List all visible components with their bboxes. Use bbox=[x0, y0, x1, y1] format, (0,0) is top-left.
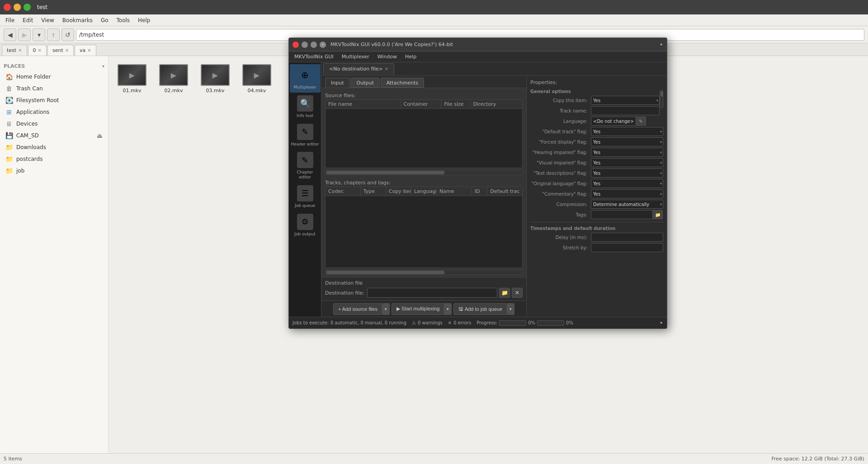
mkv-prop-language-edit-button[interactable]: ✎ bbox=[636, 117, 646, 126]
fm-forward-button[interactable]: ▶ bbox=[18, 28, 31, 41]
list-item[interactable]: 02.mkv bbox=[156, 61, 192, 96]
mkv-add-queue-dropdown[interactable]: ▾ bbox=[507, 303, 514, 315]
mkv-prop-forced-display-control[interactable]: Yes ▾ bbox=[591, 137, 663, 146]
mkv-props-scrollbar[interactable] bbox=[660, 90, 663, 108]
mkv-source-scrollbar[interactable] bbox=[325, 170, 523, 175]
mkv-add-queue-label: 🖫 Add to job queue bbox=[458, 306, 502, 312]
mkv-add-source-button[interactable]: + Add source files bbox=[333, 303, 382, 315]
sidebar-item-downloads[interactable]: 📁 Downloads bbox=[0, 141, 108, 153]
fm-menu-go[interactable]: Go bbox=[97, 16, 112, 25]
mkv-prop-original-language-control[interactable]: Yes ▾ bbox=[591, 179, 663, 188]
mkv-prop-text-descriptions-control[interactable]: Yes ▾ bbox=[591, 169, 663, 178]
fm-tab-test[interactable]: test ✕ bbox=[2, 45, 27, 56]
mkv-body: ⊕ Multiplexer 🔍 Info tool ✎ Header edito… bbox=[289, 62, 667, 317]
mkv-menu-help[interactable]: Help bbox=[401, 53, 420, 61]
mkv-new-tab-button[interactable]: + bbox=[320, 42, 326, 48]
sidebar-item-applications[interactable]: ⊞ Applications bbox=[0, 106, 108, 118]
mkv-sidebar-item-joboutput[interactable]: ⚙ Job output bbox=[290, 211, 321, 239]
mkv-tab-nodest[interactable]: <No destination file> ✕ bbox=[323, 63, 394, 75]
mkv-close-button[interactable] bbox=[292, 42, 299, 48]
mkv-subtab-attachments[interactable]: Attachments bbox=[381, 78, 424, 88]
mkv-menu-window[interactable]: Window bbox=[374, 53, 401, 61]
file-thumb-04 bbox=[242, 64, 271, 86]
mkv-prop-commentary-control[interactable]: Yes ▾ bbox=[591, 189, 663, 198]
sidebar-item-home[interactable]: 🏠 Home Folder bbox=[0, 71, 108, 83]
mkv-prop-tags-browse-button[interactable]: 📁 bbox=[653, 210, 663, 219]
fm-back-button[interactable]: ◀ bbox=[4, 28, 16, 41]
mkv-prop-stretch-input[interactable] bbox=[591, 243, 663, 252]
mkv-start-mux-button[interactable]: ▶ Start multiplexing bbox=[392, 303, 444, 315]
mkv-tab-nodest-close[interactable]: ✕ bbox=[385, 66, 388, 71]
fm-tab-0-close[interactable]: ✕ bbox=[38, 48, 42, 53]
mkv-prop-commentary-value: Yes bbox=[593, 192, 600, 197]
mkv-add-queue-button[interactable]: 🖫 Add to job queue bbox=[453, 303, 507, 315]
mkv-subtab-input[interactable]: Input bbox=[325, 78, 349, 88]
sidebar-item-camsd[interactable]: 💾 CAM_SD ⏏ bbox=[0, 130, 108, 141]
mkv-menu-main[interactable]: MKVToolNix GUI bbox=[291, 53, 337, 61]
fm-menu-help[interactable]: Help bbox=[134, 16, 154, 25]
fm-menu-view[interactable]: View bbox=[38, 16, 57, 25]
fm-reload-button[interactable]: ↺ bbox=[61, 28, 74, 41]
fm-tab-0-label: 0 bbox=[33, 47, 36, 53]
mkv-prop-copy-item-control[interactable]: Yes ▾ bbox=[591, 96, 660, 105]
mkv-prop-visual-impaired-arrow: ▾ bbox=[660, 161, 662, 165]
mkv-prop-compression-control[interactable]: Determine automatically ▾ bbox=[591, 200, 663, 209]
mkv-dest-input[interactable] bbox=[367, 288, 497, 298]
fm-tab-sent[interactable]: sent ✕ bbox=[47, 45, 74, 56]
list-item[interactable]: 01.mkv bbox=[114, 61, 150, 96]
fm-tab-sent-close[interactable]: ✕ bbox=[65, 48, 69, 53]
mkv-prop-hearing-impaired-control[interactable]: Yes ▾ bbox=[591, 148, 663, 157]
fm-close-button[interactable] bbox=[4, 4, 11, 11]
mkv-prop-track-name-control[interactable] bbox=[591, 106, 660, 115]
mkv-prop-delay-input[interactable] bbox=[591, 233, 663, 242]
mkv-prop-visual-impaired-control[interactable]: Yes ▾ bbox=[591, 158, 663, 167]
list-item[interactable]: 04.mkv bbox=[239, 61, 275, 96]
sidebar-item-filesystem[interactable]: 💽 Filesystem Root bbox=[0, 94, 108, 106]
mkv-start-mux-dropdown[interactable]: ▾ bbox=[444, 303, 452, 315]
sidebar-item-applications-label: Applications bbox=[16, 109, 49, 115]
fm-tab-0[interactable]: 0 ✕ bbox=[28, 45, 47, 56]
mkv-sidebar-item-chapter[interactable]: ✎ Chapter editor bbox=[290, 149, 321, 183]
mkv-menu-multiplexer[interactable]: Multiplexer bbox=[338, 53, 373, 61]
camsd-eject-icon[interactable]: ⏏ bbox=[97, 132, 103, 139]
mkv-prop-commentary: "Commentary" flag: Yes ▾ bbox=[530, 189, 663, 198]
mkv-source-files-section: Source files: File name Container File s… bbox=[321, 88, 526, 175]
mkv-add-source-group: + Add source files ▾ bbox=[333, 303, 390, 315]
fm-tab-va-close[interactable]: ✕ bbox=[87, 48, 91, 53]
mkv-dest-clear-button[interactable]: ✕ bbox=[512, 288, 523, 298]
mkv-sidebar-item-jobqueue[interactable]: ☰ Job queue bbox=[290, 183, 321, 211]
sidebar-item-home-label: Home Folder bbox=[16, 74, 51, 80]
fm-tab-test-close[interactable]: ✕ bbox=[18, 48, 22, 53]
sidebar-item-trash[interactable]: 🗑 Trash Can bbox=[0, 83, 108, 94]
mkv-prop-language-control[interactable]: <Do not change> bbox=[591, 117, 636, 126]
mkv-sidebar-item-multiplexer[interactable]: ⊕ Multiplexer bbox=[290, 64, 321, 93]
fm-menu-file[interactable]: File bbox=[2, 16, 18, 25]
mkv-sidebar-item-info[interactable]: 🔍 Info tool bbox=[290, 93, 321, 121]
mkv-subtab-output[interactable]: Output bbox=[350, 78, 379, 88]
fm-sidebar-toggle[interactable]: ▾ bbox=[102, 64, 104, 69]
mkv-prop-original-language-arrow: ▾ bbox=[660, 182, 662, 186]
mkv-tracks-scrollbar[interactable] bbox=[325, 270, 523, 275]
sidebar-item-job[interactable]: 📁 job bbox=[0, 165, 108, 177]
fm-dropdown-button[interactable]: ▾ bbox=[33, 28, 45, 41]
mkv-prop-tags-input[interactable] bbox=[591, 210, 653, 219]
sidebar-item-postcards[interactable]: 📁 postcards bbox=[0, 153, 108, 165]
mkv-sidebar-item-header[interactable]: ✎ Header editor bbox=[290, 121, 321, 150]
fm-menu-bookmarks[interactable]: Bookmarks bbox=[59, 16, 96, 25]
mkv-maximize-button[interactable] bbox=[311, 42, 317, 48]
sidebar-item-devices[interactable]: 🖥 Devices bbox=[0, 118, 108, 130]
mkv-prop-commentary-arrow: ▾ bbox=[660, 192, 662, 196]
list-item[interactable]: 03.mkv bbox=[197, 61, 233, 96]
fm-menu-edit[interactable]: Edit bbox=[19, 16, 37, 25]
fm-minimize-button[interactable] bbox=[14, 4, 21, 11]
mkv-window: + MKVToolNix GUI v60.0.0 ('Are We Copies… bbox=[288, 37, 667, 329]
fm-up-button[interactable]: ↑ bbox=[47, 28, 60, 41]
mkv-minimize-button[interactable] bbox=[302, 42, 308, 48]
sidebar-item-trash-label: Trash Can bbox=[16, 85, 43, 92]
fm-menu-tools[interactable]: Tools bbox=[113, 16, 134, 25]
mkv-prop-default-track-control[interactable]: Yes ▾ bbox=[591, 127, 663, 136]
mkv-add-source-dropdown[interactable]: ▾ bbox=[382, 303, 390, 315]
fm-tab-va[interactable]: va ✕ bbox=[75, 45, 96, 56]
fm-maximize-button[interactable] bbox=[24, 4, 31, 11]
mkv-dest-browse-button[interactable]: 📁 bbox=[499, 288, 510, 298]
